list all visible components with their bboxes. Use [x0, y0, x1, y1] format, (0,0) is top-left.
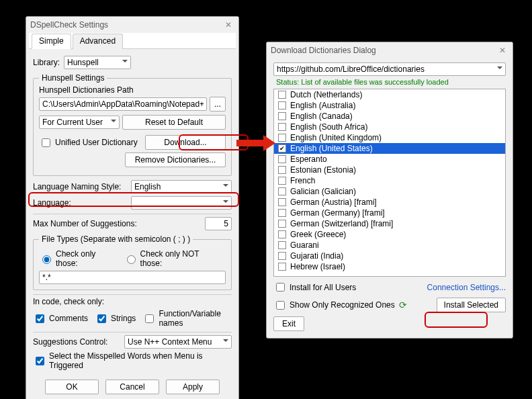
list-item[interactable]: ✔English (United States) [274, 143, 505, 154]
list-item-label: English (South Africa) [290, 122, 367, 132]
language-select[interactable] [131, 196, 232, 210]
select-misspelled-checkbox[interactable]: Select the Misspelled Words when Menu is… [33, 351, 232, 370]
list-item-label: German (Austria) [frami] [290, 197, 377, 207]
list-item-label: Hebrew (Israel) [290, 262, 345, 271]
list-item[interactable]: Galician (Galician) [274, 186, 505, 197]
checkbox-icon[interactable] [278, 123, 286, 131]
settings-tabs: Simple Advanced [29, 33, 236, 49]
hunspell-legend: Hunspell Settings [39, 73, 107, 83]
settings-title: DSpellCheck Settings [30, 20, 108, 30]
list-item-label: English (United States) [290, 144, 373, 153]
checkbox-icon[interactable] [278, 134, 286, 142]
download-title: Download Dictionaries Dialog [271, 46, 376, 55]
checkbox-icon[interactable] [278, 230, 286, 238]
language-label: Language: [33, 198, 127, 208]
show-only-checkbox[interactable]: Show Only Recognized Ones [273, 299, 395, 312]
reset-default-button[interactable]: Reset to Default [122, 115, 226, 130]
ok-button[interactable]: OK [45, 380, 99, 394]
tab-advanced[interactable]: Advanced [73, 34, 123, 49]
check-not-radio[interactable]: Check only NOT those: [124, 249, 218, 268]
list-item[interactable]: English (Australia) [274, 100, 505, 111]
list-item-label: Gujarati (India) [290, 251, 343, 261]
settings-titlebar[interactable]: DSpellCheck Settings ✕ [26, 17, 238, 33]
checkbox-icon[interactable] [278, 220, 286, 228]
for-user-select[interactable]: For Current User [39, 116, 120, 129]
checkbox-icon[interactable] [278, 252, 286, 260]
comments-checkbox[interactable]: Comments [33, 312, 88, 325]
sugg-control-select[interactable]: Use N++ Context Menu [124, 335, 232, 349]
dict-path-input[interactable] [39, 97, 207, 111]
list-item[interactable]: English (United Kingdom) [274, 132, 505, 143]
filetypes-legend: File Types (Separate with semicolon ( ; … [39, 234, 193, 244]
exit-button[interactable]: Exit [273, 316, 304, 331]
library-select[interactable]: Hunspell [64, 56, 131, 69]
lang-style-select[interactable]: English [131, 180, 232, 193]
checkbox-icon[interactable] [278, 101, 286, 109]
list-item[interactable]: Guarani [274, 240, 505, 251]
list-item[interactable]: German (Austria) [frami] [274, 197, 505, 208]
list-item-label: English (United Kingdom) [290, 133, 382, 142]
refresh-icon[interactable]: ⟳ [399, 300, 407, 310]
list-item-label: Guarani [290, 240, 319, 250]
filetypes-input[interactable] [39, 271, 226, 284]
max-sugg-input[interactable] [205, 217, 232, 230]
library-label: Library: [33, 58, 60, 67]
settings-window: DSpellCheck Settings ✕ Simple Advanced L… [26, 16, 239, 399]
connection-settings-link[interactable]: Connection Settings... [427, 283, 506, 292]
list-item[interactable]: German (Germany) [frami] [274, 208, 505, 218]
list-item[interactable]: English (Canada) [274, 111, 505, 122]
remove-dict-button[interactable]: Remove Dictionaries... [125, 152, 226, 167]
list-item-label: English (Australia) [290, 101, 355, 110]
install-selected-button[interactable]: Install Selected [437, 298, 506, 312]
list-item-label: Esperanto [290, 154, 327, 164]
check-only-radio[interactable]: Check only those: [39, 249, 116, 268]
list-item-label: Estonian (Estonia) [290, 165, 356, 175]
list-item[interactable]: Hebrew (Israel) [274, 261, 505, 272]
close-icon[interactable]: ✕ [496, 44, 508, 56]
checkbox-icon[interactable] [278, 177, 286, 185]
list-item[interactable]: English (South Africa) [274, 122, 505, 132]
checkbox-icon[interactable] [278, 263, 286, 271]
download-titlebar[interactable]: Download Dictionaries Dialog ✕ [267, 42, 513, 58]
close-icon[interactable]: ✕ [222, 19, 234, 31]
checkbox-icon[interactable] [278, 198, 286, 206]
dictionary-list[interactable]: Dutch (Netherlands)English (Australia)En… [273, 89, 506, 277]
tab-simple[interactable]: Simple [32, 34, 71, 49]
strings-checkbox[interactable]: Strings [95, 312, 136, 325]
list-item[interactable]: German (Switzerland) [frami] [274, 218, 505, 229]
list-item-label: German (Switzerland) [frami] [290, 219, 393, 228]
svg-rect-0 [236, 140, 263, 146]
download-button[interactable]: Download... [145, 135, 226, 150]
lang-style-label: Language Naming Style: [33, 182, 127, 191]
browse-button[interactable]: ... [210, 97, 226, 112]
url-select[interactable]: https://github.com/LibreOffice/dictionar… [273, 62, 506, 76]
checkbox-icon[interactable] [278, 91, 286, 99]
status-text: Status: List of available files was succ… [276, 78, 506, 86]
list-item-label: English (Canada) [290, 112, 353, 121]
checkbox-icon[interactable] [278, 209, 286, 217]
checkbox-icon[interactable] [278, 155, 286, 163]
list-item-label: French [290, 176, 315, 185]
apply-button[interactable]: Apply [166, 380, 220, 394]
install-all-checkbox[interactable]: Install for All Users [273, 281, 356, 294]
list-item[interactable]: Dutch (Netherlands) [274, 89, 505, 100]
checkbox-icon[interactable] [278, 112, 286, 120]
list-item[interactable]: Gujarati (India) [274, 251, 505, 261]
list-item-label: Dutch (Netherlands) [290, 90, 362, 99]
list-item-label: Galician (Galician) [290, 187, 356, 196]
checkbox-icon[interactable] [278, 166, 286, 174]
list-item[interactable]: Estonian (Estonia) [274, 165, 505, 175]
checkbox-icon[interactable] [278, 241, 286, 249]
funcvar-checkbox[interactable]: Function/Variable names [142, 309, 232, 328]
cancel-button[interactable]: Cancel [105, 380, 159, 394]
list-item-label: German (Germany) [frami] [290, 208, 385, 218]
filetypes-fieldset: File Types (Separate with semicolon ( ; … [33, 234, 232, 290]
download-window: Download Dictionaries Dialog ✕ https://g… [266, 42, 513, 339]
list-item[interactable]: Greek (Greece) [274, 229, 505, 240]
list-item[interactable]: French [274, 175, 505, 186]
max-sugg-label: Max Number of Suggestions: [33, 219, 201, 228]
list-item[interactable]: Esperanto [274, 154, 505, 165]
checkbox-icon[interactable] [278, 187, 286, 195]
checkbox-icon[interactable]: ✔ [278, 144, 286, 152]
unified-dict-checkbox[interactable]: Unified User Dictionary [39, 136, 138, 149]
